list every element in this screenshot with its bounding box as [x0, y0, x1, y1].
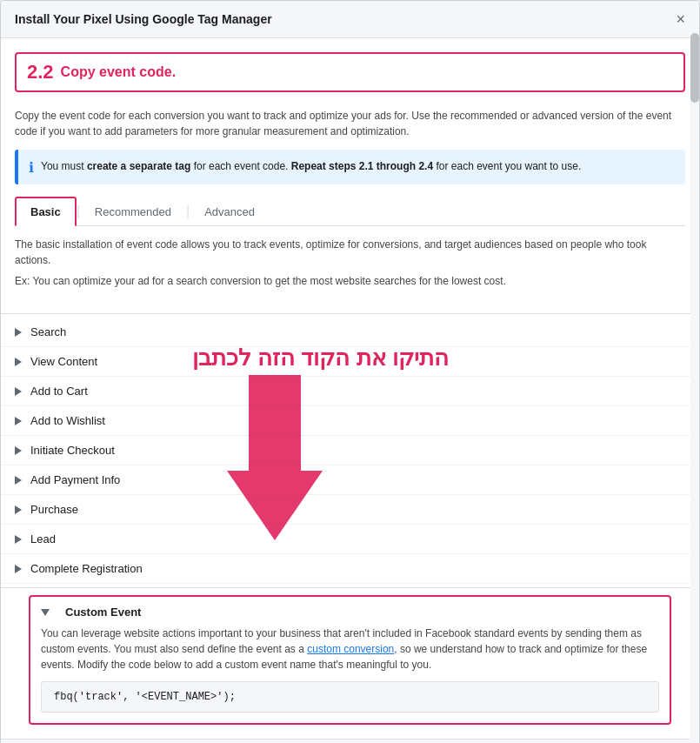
tab-basic[interactable]: Basic [15, 197, 77, 226]
event-label: Initiate Checkout [30, 444, 115, 457]
custom-event-header: Custom Event [41, 606, 659, 619]
scrollbar-track[interactable] [690, 33, 699, 743]
section-header: 2.2 Copy event code. [15, 52, 685, 92]
custom-conversion-link[interactable]: custom conversion [307, 643, 394, 655]
event-label: Add Payment Info [30, 473, 120, 486]
event-list: Search View Content Add to Cart Add to W… [1, 318, 699, 584]
list-item[interactable]: Search [1, 318, 699, 347]
triangle-icon [15, 358, 22, 366]
dialog-footer: Back Close Email Instructions [1, 739, 699, 743]
scrollbar-thumb[interactable] [690, 33, 699, 103]
event-label: Complete Registration [30, 562, 143, 575]
dialog-header: Install Your Pixel Using Google Tag Mana… [1, 1, 699, 38]
code-text: fbq('track', '<EVENT_NAME>'); [54, 691, 236, 703]
tab-example: Ex: You can optimize your ad for a searc… [15, 273, 685, 289]
dialog-title: Install Your Pixel Using Google Tag Mana… [15, 12, 272, 26]
tab-advanced[interactable]: Advanced [190, 197, 270, 226]
list-item[interactable]: Initiate Checkout [1, 436, 699, 465]
event-label: Lead [30, 532, 56, 546]
event-label: Purchase [30, 503, 78, 516]
section-title: Copy event code. [61, 64, 176, 80]
dialog-body: 2.2 Copy event code. Copy the event code… [1, 38, 699, 739]
info-box: ℹ You must create a separate tag for eac… [15, 150, 685, 184]
triangle-icon [15, 565, 22, 573]
tabs-container: Basic | Recommended | Advanced [15, 197, 685, 226]
event-label: Add to Wishlist [30, 414, 105, 427]
event-label: Add to Cart [30, 385, 88, 398]
divider-top [1, 313, 699, 314]
custom-event-title: Custom Event [65, 606, 141, 619]
dialog: Install Your Pixel Using Google Tag Mana… [0, 0, 700, 743]
triangle-icon [15, 446, 22, 455]
list-item[interactable]: Purchase [1, 495, 699, 525]
info-icon: ℹ [29, 159, 34, 176]
list-item[interactable]: Complete Registration [1, 554, 699, 584]
triangle-icon [15, 535, 22, 544]
custom-event-description: You can leverage website actions importa… [41, 626, 659, 673]
custom-event-section: Custom Event You can leverage website ac… [29, 595, 671, 725]
triangle-icon [15, 476, 22, 485]
tab-description: The basic installation of event code all… [15, 237, 685, 268]
list-item[interactable]: Lead [1, 525, 699, 554]
tab-recommended[interactable]: Recommended [80, 197, 186, 226]
list-item[interactable]: View Content [1, 347, 699, 377]
triangle-down-icon [41, 609, 50, 616]
divider-bottom [1, 587, 699, 588]
info-text: You must create a separate tag for each … [41, 158, 581, 174]
code-block: fbq('track', '<EVENT_NAME>'); [41, 681, 659, 713]
triangle-icon [15, 505, 22, 514]
triangle-icon [15, 387, 22, 396]
main-description: Copy the event code for each conversion … [1, 101, 699, 150]
event-label: Search [30, 325, 66, 338]
list-item[interactable]: Add to Cart [1, 377, 699, 406]
event-label: View Content [30, 355, 97, 368]
triangle-icon [15, 417, 22, 425]
tab-content: The basic installation of event code all… [1, 226, 699, 310]
list-item[interactable]: Add to Wishlist [1, 406, 699, 436]
step-number: 2.2 [27, 61, 54, 84]
close-icon[interactable]: × [676, 11, 685, 27]
list-item[interactable]: Add Payment Info [1, 465, 699, 495]
triangle-icon [15, 328, 22, 337]
